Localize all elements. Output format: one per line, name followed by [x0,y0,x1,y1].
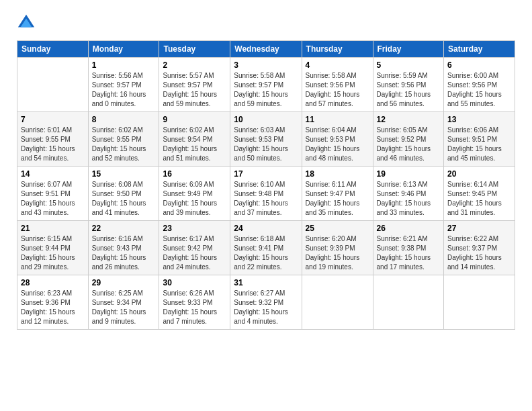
day-number: 13 [447,115,511,124]
day-number: 5 [377,60,441,70]
calendar-cell: 13Sunrise: 6:06 AM Sunset: 9:51 PM Dayli… [444,112,515,167]
calendar-cell: 17Sunrise: 6:10 AM Sunset: 9:48 PM Dayli… [230,167,302,221]
day-number: 22 [92,224,156,233]
calendar-cell: 18Sunrise: 6:11 AM Sunset: 9:47 PM Dayli… [302,167,373,221]
day-info: Sunrise: 6:23 AM Sunset: 9:36 PM Dayligh… [21,289,85,326]
calendar-cell [444,275,515,330]
day-number: 6 [447,60,511,70]
day-header-tuesday: Tuesday [159,41,230,58]
day-info: Sunrise: 6:09 AM Sunset: 9:49 PM Dayligh… [163,180,226,218]
calendar-cell: 3Sunrise: 5:58 AM Sunset: 9:57 PM Daylig… [230,58,302,112]
calendar-cell: 30Sunrise: 6:26 AM Sunset: 9:33 PM Dayli… [159,275,230,330]
calendar-cell [302,275,373,330]
day-number: 7 [21,115,85,124]
day-info: Sunrise: 6:00 AM Sunset: 9:56 PM Dayligh… [447,71,511,109]
calendar-cell: 27Sunrise: 6:22 AM Sunset: 9:37 PM Dayli… [444,221,515,275]
logo-icon [17,13,36,32]
day-info: Sunrise: 6:02 AM Sunset: 9:54 PM Dayligh… [163,126,226,163]
calendar-cell: 9Sunrise: 6:02 AM Sunset: 9:54 PM Daylig… [159,112,230,167]
day-info: Sunrise: 6:03 AM Sunset: 9:53 PM Dayligh… [234,126,298,163]
day-number: 1 [92,60,156,70]
calendar-cell: 21Sunrise: 6:15 AM Sunset: 9:44 PM Dayli… [17,221,89,275]
day-info: Sunrise: 6:13 AM Sunset: 9:46 PM Dayligh… [377,180,441,218]
calendar-cell: 10Sunrise: 6:03 AM Sunset: 9:53 PM Dayli… [230,112,302,167]
calendar-cell: 25Sunrise: 6:20 AM Sunset: 9:39 PM Dayli… [302,221,373,275]
calendar-cell: 23Sunrise: 6:17 AM Sunset: 9:42 PM Dayli… [159,221,230,275]
day-info: Sunrise: 6:11 AM Sunset: 9:47 PM Dayligh… [306,180,369,218]
day-number: 18 [306,169,369,179]
calendar-cell: 1Sunrise: 5:56 AM Sunset: 9:57 PM Daylig… [88,58,159,112]
calendar-cell [373,275,444,330]
calendar-table: SundayMondayTuesdayWednesdayThursdayFrid… [17,40,515,330]
day-info: Sunrise: 6:08 AM Sunset: 9:50 PM Dayligh… [92,180,156,218]
day-info: Sunrise: 6:16 AM Sunset: 9:43 PM Dayligh… [92,234,156,272]
day-number: 17 [234,169,298,179]
day-number: 2 [163,60,226,70]
day-number: 26 [377,224,441,233]
day-info: Sunrise: 5:57 AM Sunset: 9:57 PM Dayligh… [163,71,226,109]
day-header-saturday: Saturday [444,41,515,58]
day-info: Sunrise: 6:22 AM Sunset: 9:37 PM Dayligh… [447,234,511,272]
day-info: Sunrise: 6:07 AM Sunset: 9:51 PM Dayligh… [21,180,85,218]
calendar-cell: 4Sunrise: 5:58 AM Sunset: 9:56 PM Daylig… [302,58,373,112]
day-number: 28 [21,278,85,287]
day-number: 19 [377,169,441,179]
day-number: 9 [163,115,226,124]
day-info: Sunrise: 6:25 AM Sunset: 9:34 PM Dayligh… [92,289,156,326]
day-header-wednesday: Wednesday [230,41,302,58]
day-info: Sunrise: 5:56 AM Sunset: 9:57 PM Dayligh… [92,71,156,109]
day-info: Sunrise: 6:06 AM Sunset: 9:51 PM Dayligh… [447,126,511,163]
day-info: Sunrise: 6:14 AM Sunset: 9:45 PM Dayligh… [447,180,511,218]
page: SundayMondayTuesdayWednesdayThursdayFrid… [0,0,532,411]
calendar-cell: 11Sunrise: 6:04 AM Sunset: 9:53 PM Dayli… [302,112,373,167]
day-number: 15 [92,169,156,179]
day-number: 30 [163,278,226,287]
calendar-cell: 12Sunrise: 6:05 AM Sunset: 9:52 PM Dayli… [373,112,444,167]
calendar-cell: 6Sunrise: 6:00 AM Sunset: 9:56 PM Daylig… [444,58,515,112]
calendar-cell: 22Sunrise: 6:16 AM Sunset: 9:43 PM Dayli… [88,221,159,275]
day-number: 21 [21,224,85,233]
day-number: 8 [92,115,156,124]
day-number: 14 [21,169,85,179]
day-info: Sunrise: 6:04 AM Sunset: 9:53 PM Dayligh… [306,126,369,163]
calendar-cell: 19Sunrise: 6:13 AM Sunset: 9:46 PM Dayli… [373,167,444,221]
calendar-cell: 2Sunrise: 5:57 AM Sunset: 9:57 PM Daylig… [159,58,230,112]
day-header-monday: Monday [88,41,159,58]
calendar-cell: 7Sunrise: 6:01 AM Sunset: 9:55 PM Daylig… [17,112,89,167]
calendar-cell [17,58,89,112]
calendar-cell: 26Sunrise: 6:21 AM Sunset: 9:38 PM Dayli… [373,221,444,275]
calendar-cell: 16Sunrise: 6:09 AM Sunset: 9:49 PM Dayli… [159,167,230,221]
calendar-cell: 15Sunrise: 6:08 AM Sunset: 9:50 PM Dayli… [88,167,159,221]
day-info: Sunrise: 6:26 AM Sunset: 9:33 PM Dayligh… [163,289,226,326]
day-number: 12 [377,115,441,124]
day-info: Sunrise: 6:05 AM Sunset: 9:52 PM Dayligh… [377,126,441,163]
header [17,13,515,32]
calendar-week-5: 28Sunrise: 6:23 AM Sunset: 9:36 PM Dayli… [17,275,515,330]
calendar-cell: 14Sunrise: 6:07 AM Sunset: 9:51 PM Dayli… [17,167,89,221]
day-info: Sunrise: 6:17 AM Sunset: 9:42 PM Dayligh… [163,234,226,272]
day-info: Sunrise: 6:02 AM Sunset: 9:55 PM Dayligh… [92,126,156,163]
calendar-cell: 20Sunrise: 6:14 AM Sunset: 9:45 PM Dayli… [444,167,515,221]
day-number: 11 [306,115,369,124]
logo [17,13,38,32]
day-number: 20 [447,169,511,179]
calendar-header-row: SundayMondayTuesdayWednesdayThursdayFrid… [17,41,515,58]
day-info: Sunrise: 5:58 AM Sunset: 9:57 PM Dayligh… [234,71,298,109]
calendar-week-2: 7Sunrise: 6:01 AM Sunset: 9:55 PM Daylig… [17,112,515,167]
day-number: 23 [163,224,226,233]
calendar-cell: 24Sunrise: 6:18 AM Sunset: 9:41 PM Dayli… [230,221,302,275]
day-info: Sunrise: 6:01 AM Sunset: 9:55 PM Dayligh… [21,126,85,163]
day-number: 25 [306,224,369,233]
day-header-sunday: Sunday [17,41,89,58]
day-number: 31 [234,278,298,287]
day-info: Sunrise: 6:18 AM Sunset: 9:41 PM Dayligh… [234,234,298,272]
day-number: 10 [234,115,298,124]
day-header-friday: Friday [373,41,444,58]
day-number: 3 [234,60,298,70]
calendar-cell: 5Sunrise: 5:59 AM Sunset: 9:56 PM Daylig… [373,58,444,112]
day-info: Sunrise: 6:10 AM Sunset: 9:48 PM Dayligh… [234,180,298,218]
day-number: 16 [163,169,226,179]
calendar-cell: 28Sunrise: 6:23 AM Sunset: 9:36 PM Dayli… [17,275,89,330]
day-info: Sunrise: 5:59 AM Sunset: 9:56 PM Dayligh… [377,71,441,109]
calendar-cell: 29Sunrise: 6:25 AM Sunset: 9:34 PM Dayli… [88,275,159,330]
